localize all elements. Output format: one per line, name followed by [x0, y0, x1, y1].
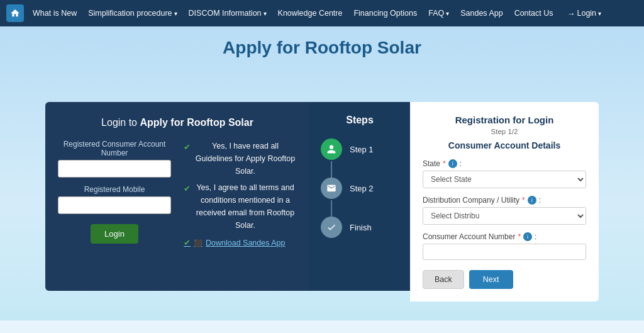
login-heading: Login to Apply for Rooftop Solar — [58, 116, 297, 130]
chevron-down-icon: ▾ — [598, 10, 601, 17]
check-icon-3: ✔ — [184, 237, 191, 249]
distribution-required: * — [522, 196, 525, 205]
mobile-input[interactable] — [58, 196, 171, 214]
nav-knowledge[interactable]: Knowledge Centre — [273, 6, 348, 20]
login-panel: Login to Apply for Rooftop Solar Registe… — [45, 102, 309, 291]
steps-title: Steps — [321, 115, 399, 126]
nav-financing[interactable]: Financing Options — [348, 6, 422, 20]
step-1-label: Step 1 — [350, 145, 374, 154]
login-button[interactable]: Login — [91, 224, 138, 244]
steps-panel: Steps Step 1 Step 2 — [309, 102, 410, 291]
check-item-2: ✔ Yes, I agree to all terms and conditio… — [184, 181, 297, 232]
main-content: Login to Apply for Rooftop Solar Registe… — [0, 102, 644, 314]
registration-section-title: Consumer Account Details — [423, 140, 586, 150]
navbar: What is New Simplification procedure ▾ D… — [0, 0, 644, 26]
distribution-field: Distribution Company / Utility* i : Sele… — [423, 196, 586, 225]
check-item-1: ✔ Yes, I have read all Guidelines for Ap… — [184, 140, 297, 178]
check-text-1: Yes, I have read all Guidelines for Appl… — [194, 140, 297, 178]
back-button[interactable]: Back — [423, 270, 464, 289]
chevron-down-icon: ▾ — [174, 10, 177, 17]
consumer-account-info-icon[interactable]: i — [523, 232, 532, 241]
state-field: State* i : Select State — [423, 159, 586, 188]
distribution-label: Distribution Company / Utility* i : — [423, 196, 586, 205]
nav-discom[interactable]: DISCOM Information ▾ — [184, 6, 272, 20]
hero-section: Apply for Rooftop Solar Login to Apply f… — [0, 26, 644, 320]
mobile-label: Registered Mobile — [58, 185, 171, 194]
registration-panel: Registration for Login Step 1/2 Consumer… — [410, 102, 599, 302]
consumer-account-required: * — [518, 232, 521, 241]
state-select[interactable]: Select State — [423, 171, 586, 188]
login-checklist: ✔ Yes, I have read all Guidelines for Ap… — [184, 140, 297, 249]
consumer-account-input[interactable] — [423, 244, 586, 260]
login-arrow-icon: → — [567, 9, 575, 18]
state-required: * — [443, 159, 446, 168]
download-icon: ⬛ — [194, 238, 203, 249]
nav-what-is-new[interactable]: What is New — [28, 6, 82, 20]
nav-simplification[interactable]: Simplification procedure ▾ — [83, 6, 182, 20]
nav-contact[interactable]: Contact Us — [509, 6, 558, 20]
check-icon-2: ✔ — [184, 183, 191, 196]
hero-landscape — [0, 64, 644, 102]
consumer-account-field: Consumer Account Number* i : — [423, 232, 586, 260]
download-link[interactable]: ✔ ⬛ Download Sandes App — [184, 237, 297, 249]
state-label: State* i : — [423, 159, 586, 168]
home-icon[interactable] — [6, 4, 24, 22]
account-label: Registered Consumer Account Number — [58, 140, 171, 157]
finish-circle — [321, 217, 342, 238]
login-columns: Registered Consumer Account Number Regis… — [58, 140, 297, 249]
registration-step-label: Step 1/2 — [423, 128, 586, 135]
step-2-label: Step 2 — [350, 184, 374, 193]
finish-item: Finish — [321, 217, 399, 238]
step-1-circle — [321, 138, 342, 160]
step-1-item: Step 1 — [321, 138, 399, 160]
next-button[interactable]: Next — [469, 270, 513, 289]
nav-sandes[interactable]: Sandes App — [455, 6, 508, 20]
check-text-2: Yes, I agree to all terms and conditions… — [194, 181, 297, 232]
finish-label: Finish — [350, 223, 372, 232]
chevron-down-icon: ▾ — [446, 10, 449, 17]
consumer-account-label: Consumer Account Number* i : — [423, 232, 586, 241]
distribution-info-icon[interactable]: i — [528, 196, 536, 205]
nav-login[interactable]: → Login ▾ — [562, 6, 606, 21]
distribution-select[interactable]: Select Distribu — [423, 207, 586, 225]
registration-title: Registration for Login — [423, 115, 586, 125]
registration-buttons: Back Next — [423, 270, 586, 289]
step-2-item: Step 2 — [321, 178, 399, 199]
state-info-icon[interactable]: i — [448, 159, 457, 168]
account-input[interactable] — [58, 160, 171, 178]
step-2-circle — [321, 178, 342, 199]
login-form: Registered Consumer Account Number Regis… — [58, 140, 171, 249]
chevron-down-icon: ▾ — [264, 10, 267, 17]
page-title: Apply for Rooftop Solar — [0, 38, 644, 58]
nav-faq[interactable]: FAQ ▾ — [423, 6, 454, 20]
check-icon-1: ✔ — [184, 141, 191, 154]
